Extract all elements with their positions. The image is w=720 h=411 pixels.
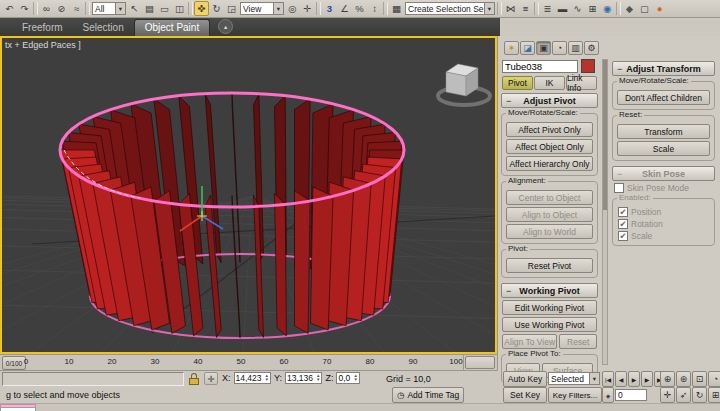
spinner-snap-icon[interactable]: ↕ <box>367 1 382 16</box>
ik-mode-button[interactable]: IK <box>534 76 565 90</box>
maxscript-mini-listener[interactable] <box>0 404 36 411</box>
spinner-icon[interactable] <box>265 374 269 382</box>
select-by-name-icon[interactable]: ▤ <box>142 1 157 16</box>
bind-to-space-warp-icon[interactable]: ≈ <box>69 1 84 16</box>
play-button[interactable]: ▶ <box>628 371 640 387</box>
snaps-toggle-icon[interactable]: 3 <box>322 1 337 16</box>
selection-filter-dropdown[interactable]: All▾ <box>92 2 126 15</box>
zoom-button[interactable]: ⊕ <box>660 371 675 387</box>
next-frame-button[interactable]: ▶ <box>641 371 653 387</box>
select-and-rotate-icon[interactable]: ↻ <box>209 1 224 16</box>
spinner-icon[interactable] <box>316 374 320 382</box>
align-icon[interactable]: ≡ <box>518 1 533 16</box>
angle-snap-icon[interactable]: ∠ <box>337 1 352 16</box>
reset-pivot-button[interactable]: Reset Pivot <box>506 258 593 273</box>
material-editor-icon[interactable]: ◉ <box>600 1 615 16</box>
reset-scale-button[interactable]: Scale <box>617 141 710 156</box>
absolute-mode-toggle[interactable]: ✛ <box>204 372 218 385</box>
named-selection-sets-icon[interactable]: ▦ <box>389 1 404 16</box>
object-name-field[interactable] <box>502 60 578 73</box>
auto-key-button[interactable]: Auto Key <box>503 371 547 387</box>
adjust-pivot-rollout-header[interactable]: − Adjust Pivot <box>501 93 598 108</box>
affect-pivot-only-button[interactable]: Affect Pivot Only <box>506 122 593 137</box>
dropdown-arrow-icon[interactable]: ▾ <box>273 3 283 14</box>
current-frame-field[interactable]: 0 <box>615 389 647 401</box>
y-coordinate-field[interactable]: 13,136 <box>285 372 322 384</box>
z-coordinate-field[interactable]: 0,0 <box>336 372 359 384</box>
pivot-mode-button[interactable]: Pivot <box>502 76 533 90</box>
modify-tab[interactable]: ◪ <box>520 41 535 55</box>
select-and-scale-icon[interactable]: ◲ <box>224 1 239 16</box>
ribbon-tab-selection[interactable]: Selection <box>73 20 134 36</box>
curve-editor-icon[interactable]: ∿ <box>570 1 585 16</box>
affect-hierarchy-only-button[interactable]: Affect Hierarchy Only <box>506 156 593 171</box>
dropdown-arrow-icon[interactable]: ▾ <box>484 3 494 14</box>
dont-affect-children-button[interactable]: Don't Affect Children <box>617 90 710 105</box>
named-selection-set-dropdown[interactable]: Create Selection Se▾ <box>405 2 495 15</box>
reset-transform-button[interactable]: Transform <box>617 124 710 139</box>
position-checkbox[interactable]: Position <box>618 207 709 217</box>
graphite-ribbon-toggle-icon[interactable]: ▬ <box>555 1 570 16</box>
ribbon-minimize-button[interactable]: ▴ <box>218 19 233 34</box>
key-filters-button[interactable]: Key Filters... <box>548 387 602 403</box>
rectangular-selection-region-icon[interactable]: ▭ <box>157 1 172 16</box>
time-slider-handle[interactable]: 0/100 <box>2 356 26 370</box>
use-pivot-point-center-icon[interactable]: ◎ <box>285 1 300 16</box>
previous-frame-button[interactable]: ◀ <box>615 371 627 387</box>
spinner-icon[interactable] <box>353 374 357 382</box>
affect-object-only-button[interactable]: Affect Object Only <box>506 139 593 154</box>
pan-button[interactable]: ✛ <box>660 387 675 403</box>
key-selection-dropdown[interactable]: Selected ▾ <box>548 372 600 385</box>
panel-scrollbar[interactable] <box>602 59 608 365</box>
layer-manager-icon[interactable]: ≣ <box>540 1 555 16</box>
unlink-selection-icon[interactable]: ⊘ <box>54 1 69 16</box>
scale-checkbox[interactable]: Scale <box>618 231 709 241</box>
hierarchy-tab[interactable]: ▣ <box>536 41 551 55</box>
undo-icon[interactable]: ↶ <box>2 1 17 16</box>
use-working-pivot-button[interactable]: Use Working Pivot <box>502 317 597 332</box>
adjust-transform-rollout-header[interactable]: − Adjust Transform <box>612 61 715 76</box>
mirror-icon[interactable]: ⋈ <box>503 1 518 16</box>
working-pivot-rollout-header[interactable]: − Working Pivot <box>501 283 598 298</box>
set-key-button[interactable]: Set Key <box>503 387 547 403</box>
dropdown-arrow-icon[interactable]: ▾ <box>589 373 599 384</box>
rotation-checkbox[interactable]: Rotation <box>618 219 709 229</box>
redo-icon[interactable]: ↷ <box>17 1 32 16</box>
go-to-start-button[interactable]: |◀ <box>602 371 614 387</box>
ribbon-tab-freeform[interactable]: Freeform <box>12 20 73 36</box>
window-crossing-icon[interactable]: ◫ <box>172 1 187 16</box>
edit-working-pivot-button[interactable]: Edit Working Pivot <box>502 300 597 315</box>
select-and-manipulate-icon[interactable]: ✛ <box>300 1 315 16</box>
percent-snap-icon[interactable]: % <box>352 1 367 16</box>
skin-pose-rollout-header[interactable]: − Skin Pose <box>612 166 715 181</box>
x-coordinate-field[interactable]: 14,423 <box>234 372 271 384</box>
track-bar[interactable]: 0/100 0102030405060708090100 <box>0 354 497 371</box>
field-of-view-button[interactable]: ◔ <box>708 371 720 387</box>
display-tab[interactable]: ▥ <box>568 41 583 55</box>
utilities-tab[interactable]: ⚙ <box>584 41 599 55</box>
orbit-button[interactable]: ↻ <box>692 387 707 403</box>
render-production-icon[interactable]: ● <box>652 1 667 16</box>
dropdown-arrow-icon[interactable]: ▾ <box>115 3 125 14</box>
select-object-icon[interactable]: ↖ <box>127 1 142 16</box>
maximize-viewport-button[interactable]: ⊞ <box>708 387 720 403</box>
motion-tab[interactable]: ◔ <box>552 41 567 55</box>
schematic-view-icon[interactable]: ⊞ <box>585 1 600 16</box>
select-and-move-icon[interactable]: ✜ <box>194 1 209 16</box>
perspective-viewport[interactable]: tx + Edged Paces ] <box>0 36 497 354</box>
scrollbar-thumb[interactable] <box>603 60 607 210</box>
track-bar-ruler[interactable]: 0/100 0102030405060708090100 <box>0 355 464 370</box>
zoom-all-button[interactable]: ⊛ <box>676 371 691 387</box>
walk-through-button[interactable]: ➶ <box>676 387 691 403</box>
link-info-mode-button[interactable]: Link Info <box>566 76 597 90</box>
render-setup-icon[interactable]: ◆ <box>622 1 637 16</box>
ribbon-tab-object-paint[interactable]: Object Paint <box>134 19 210 36</box>
zoom-extents-button[interactable]: ⊡ <box>692 371 707 387</box>
track-bar-end-button[interactable] <box>465 356 495 369</box>
key-mode-toggle-button[interactable]: ◈ <box>602 387 614 403</box>
select-and-link-icon[interactable]: ∞ <box>39 1 54 16</box>
create-tab[interactable]: ✶ <box>504 41 519 55</box>
reference-coordinate-system-dropdown[interactable]: View▾ <box>240 2 284 15</box>
selection-lock-toggle[interactable] <box>186 371 201 386</box>
add-time-tag-button[interactable]: ◷ Add Time Tag <box>392 387 464 403</box>
